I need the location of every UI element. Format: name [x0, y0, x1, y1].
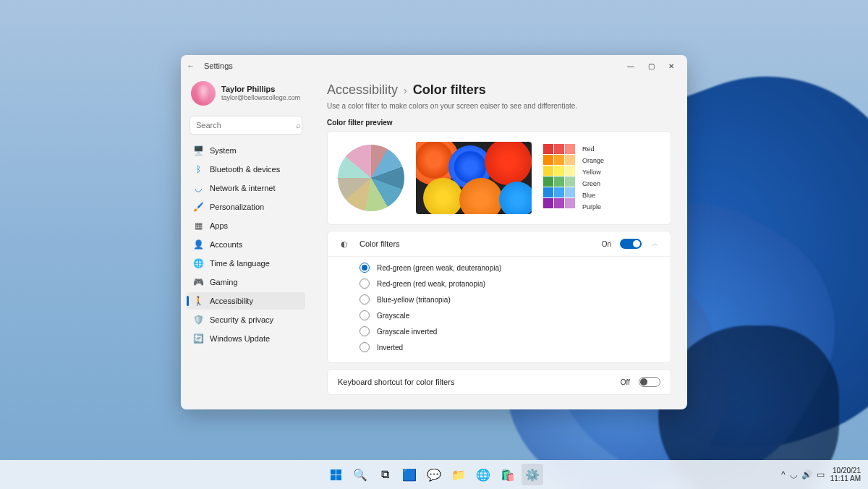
- clock[interactable]: 10/20/21 11:11 AM: [830, 467, 861, 482]
- taskbar: 🔍 ⧉ 🟦 💬 📁 🌐 🛍️ ⚙️ ^ ◡ 🔊 ▭ 10/20/21 11:11…: [0, 460, 868, 489]
- swatch: [565, 144, 575, 154]
- task-view-icon[interactable]: ⧉: [374, 464, 396, 485]
- avatar: [191, 81, 216, 106]
- search-input[interactable]: [196, 121, 296, 129]
- monitor-icon: 🖥️: [192, 145, 204, 156]
- minimize-button[interactable]: ―: [621, 57, 641, 75]
- tray-volume-icon[interactable]: 🔊: [801, 469, 812, 480]
- swatch-label: Yellow: [582, 167, 604, 178]
- shortcut-label: Keyboard shortcut for color filters: [338, 378, 612, 386]
- sidebar-item-security[interactable]: 🛡️Security & privacy: [187, 311, 305, 328]
- system-tray[interactable]: ^ ◡ 🔊 ▭ 10/20/21 11:11 AM: [781, 467, 868, 482]
- shortcut-toggle[interactable]: [639, 377, 660, 387]
- sidebar-item-accounts[interactable]: 👤Accounts: [187, 236, 305, 253]
- store-icon[interactable]: 🛍️: [497, 464, 519, 485]
- search-box[interactable]: ⌕: [190, 116, 302, 135]
- color-filters-row[interactable]: ◐ Color filters On ︿: [328, 231, 671, 256]
- sidebar-item-system[interactable]: 🖥️System: [187, 142, 305, 159]
- shortcut-card: Keyboard shortcut for color filters Off: [327, 369, 671, 395]
- swatch: [565, 198, 575, 208]
- sidebar-item-accessibility[interactable]: 🚶Accessibility: [187, 292, 305, 310]
- back-button[interactable]: ←: [187, 61, 201, 70]
- filter-options: Red-green (green weak, deuteranopia)Red-…: [328, 256, 671, 362]
- sidebar-item-apps[interactable]: ▦Apps: [187, 217, 305, 234]
- filter-option-label: Grayscale inverted: [377, 328, 437, 336]
- radio-button[interactable]: [359, 263, 370, 273]
- color-filters-card: ◐ Color filters On ︿ Red-green (green we…: [327, 231, 671, 363]
- widgets-icon[interactable]: 🟦: [399, 464, 420, 485]
- update-icon: 🔄: [192, 333, 204, 344]
- swatch: [554, 155, 564, 165]
- filter-option-label: Red-green (red weak, protanopia): [377, 280, 485, 288]
- globe-icon: 🌐: [192, 258, 204, 269]
- tray-wifi-icon[interactable]: ◡: [790, 469, 797, 480]
- maximize-button[interactable]: ▢: [641, 57, 661, 75]
- sidebar-item-personalization[interactable]: 🖌️Personalization: [187, 198, 305, 216]
- filter-option[interactable]: Grayscale inverted: [359, 323, 660, 339]
- shortcut-row[interactable]: Keyboard shortcut for color filters Off: [328, 370, 671, 394]
- sidebar-item-gaming[interactable]: 🎮Gaming: [187, 273, 305, 291]
- apps-icon: ▦: [192, 220, 204, 231]
- swatch: [554, 198, 564, 208]
- sidebar: Taylor Phillips taylor@bellowscollege.co…: [181, 77, 311, 409]
- titlebar: ← Settings ― ▢ ✕: [181, 55, 687, 77]
- brush-icon: 🖌️: [192, 201, 204, 213]
- filter-option[interactable]: Red-green (red weak, protanopia): [359, 276, 660, 292]
- explorer-icon[interactable]: 📁: [448, 464, 469, 485]
- sidebar-item-time[interactable]: 🌐Time & language: [187, 255, 305, 272]
- radio-button[interactable]: [359, 326, 370, 336]
- swatch-grid: [543, 144, 575, 208]
- swatch: [554, 177, 564, 187]
- gamepad-icon: 🎮: [192, 276, 204, 288]
- search-icon: ⌕: [296, 121, 301, 129]
- taskbar-search-icon[interactable]: 🔍: [349, 464, 371, 485]
- chat-icon[interactable]: 💬: [423, 464, 445, 485]
- filter-option[interactable]: Inverted: [359, 339, 660, 355]
- clock-date: 10/20/21: [830, 467, 861, 475]
- color-filters-toggle[interactable]: [620, 239, 642, 249]
- person-icon: 👤: [192, 239, 204, 250]
- radio-button[interactable]: [359, 310, 370, 320]
- tray-chevron-icon[interactable]: ^: [781, 469, 786, 480]
- filter-option[interactable]: Blue-yellow (tritanopia): [359, 292, 660, 307]
- chevron-up-icon[interactable]: ︿: [650, 239, 660, 249]
- start-button[interactable]: [325, 464, 346, 485]
- main-content: Accessibility › Color filters Use a colo…: [311, 77, 687, 409]
- radio-button[interactable]: [359, 294, 370, 305]
- swatch-label: Green: [582, 179, 604, 190]
- swatch: [565, 155, 575, 165]
- filter-option-label: Inverted: [377, 344, 403, 352]
- color-filters-state: On: [602, 240, 611, 248]
- swatch-label: Blue: [582, 190, 604, 201]
- settings-window: ← Settings ― ▢ ✕ Taylor Phillips taylor@…: [181, 55, 687, 409]
- profile-block[interactable]: Taylor Phillips taylor@bellowscollege.co…: [187, 77, 305, 113]
- swatch-label: Orange: [582, 156, 604, 166]
- radio-button[interactable]: [359, 278, 370, 289]
- swatch: [543, 177, 553, 187]
- swatch: [543, 187, 553, 197]
- filter-option[interactable]: Red-green (green weak, deuteranopia): [359, 260, 660, 276]
- preview-label: Color filter preview: [327, 119, 671, 127]
- sidebar-item-update[interactable]: 🔄Windows Update: [187, 330, 305, 347]
- sidebar-item-bluetooth[interactable]: ᛒBluetooth & devices: [187, 161, 305, 178]
- swatch: [565, 187, 575, 197]
- settings-taskbar-icon[interactable]: ⚙️: [522, 464, 543, 485]
- filter-option-label: Red-green (green weak, deuteranopia): [377, 264, 501, 272]
- preview-card: RedOrangeYellowGreenBluePurple: [327, 131, 671, 225]
- swatch: [543, 166, 553, 176]
- filter-option[interactable]: Grayscale: [359, 307, 660, 323]
- close-button[interactable]: ✕: [661, 57, 681, 75]
- swatch-labels: RedOrangeYellowGreenBluePurple: [582, 144, 604, 213]
- bluetooth-icon: ᛒ: [192, 163, 204, 175]
- shield-icon: 🛡️: [192, 314, 204, 326]
- radio-button[interactable]: [359, 342, 370, 352]
- edge-icon[interactable]: 🌐: [472, 464, 494, 485]
- breadcrumb-parent[interactable]: Accessibility: [327, 82, 398, 98]
- sidebar-item-network[interactable]: ◡Network & internet: [187, 179, 305, 197]
- breadcrumb-current: Color filters: [413, 82, 486, 98]
- swatch: [565, 177, 575, 187]
- swatch: [543, 198, 553, 208]
- swatch: [543, 155, 553, 165]
- tray-battery-icon[interactable]: ▭: [817, 469, 825, 480]
- filter-option-label: Grayscale: [377, 312, 409, 320]
